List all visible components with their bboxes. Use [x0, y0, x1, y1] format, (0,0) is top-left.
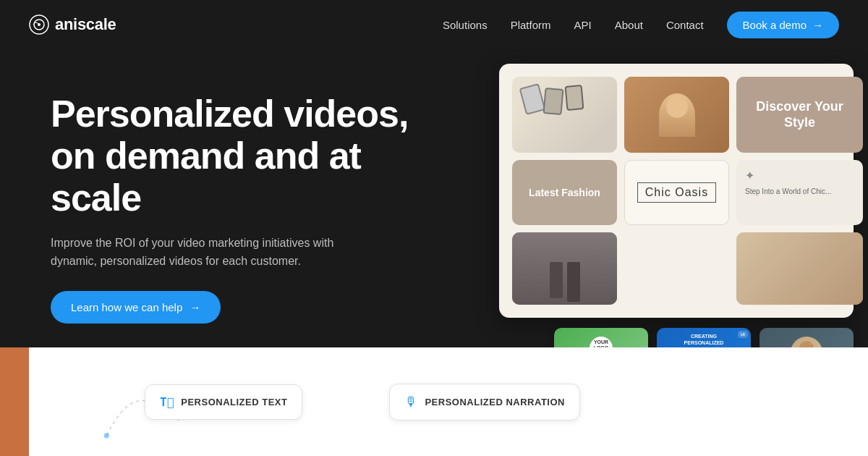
arrow-icon: → — [812, 19, 823, 31]
learn-more-button[interactable]: Learn how we can help → — [51, 291, 221, 324]
preview-couple — [624, 77, 729, 153]
nav-links: Solutions Platform API About Contact Boo… — [443, 12, 839, 38]
logo-icon — [29, 14, 49, 35]
cta-arrow-icon: → — [190, 301, 200, 313]
thumbnail-badge: UI — [738, 331, 748, 338]
preview-discover: Discover Your Style — [736, 77, 863, 153]
hero-left: Personalized videos, on demand and at sc… — [0, 49, 448, 352]
personalized-narration-pill[interactable]: 🎙 PERSONALIZED NARRATION — [389, 384, 579, 421]
preview-step: ✦ Step Into a World of Chic... — [736, 160, 863, 225]
book-demo-button[interactable]: Book a demo → — [727, 12, 839, 38]
hero-right: Discover Your Style Latest Fashion Chic … — [448, 49, 868, 377]
step-icon: ✦ — [745, 169, 854, 182]
bottom-section: T͟ PERSONALIZED TEXT 🎙 PERSONALIZED NARR… — [0, 347, 868, 456]
nav-platform[interactable]: Platform — [511, 19, 551, 31]
mic-icon: 🎙 — [404, 394, 417, 410]
nav-contact[interactable]: Contact — [666, 19, 704, 31]
preview-street — [512, 232, 617, 305]
nav-api[interactable]: API — [574, 19, 592, 31]
hero-title: Personalized videos, on demand and at sc… — [51, 93, 420, 219]
personalized-narration-label: PERSONALIZED NARRATION — [425, 397, 564, 408]
preview-card: Discover Your Style Latest Fashion Chic … — [499, 64, 854, 318]
preview-watches — [512, 77, 617, 153]
preview-shoes — [736, 232, 863, 305]
nav-about[interactable]: About — [615, 19, 643, 31]
text-icon: T͟ — [160, 395, 174, 409]
hero-subtitle: Improve the ROI of your video marketing … — [51, 234, 340, 271]
navbar: aniscale Solutions Platform API About Co… — [0, 0, 868, 49]
svg-point-3 — [104, 433, 109, 438]
logo[interactable]: aniscale — [29, 14, 116, 35]
personalized-text-pill[interactable]: T͟ PERSONALIZED TEXT — [145, 384, 302, 420]
preview-chic: Chic Oasis — [624, 160, 729, 225]
nav-solutions[interactable]: Solutions — [443, 19, 488, 31]
accent-bar — [0, 347, 29, 456]
bottom-content: T͟ PERSONALIZED TEXT 🎙 PERSONALIZED NARR… — [29, 369, 868, 435]
logo-text: aniscale — [55, 15, 116, 34]
personalized-text-label: PERSONALIZED TEXT — [181, 397, 287, 408]
preview-empty — [624, 232, 729, 305]
preview-fashion: Latest Fashion — [512, 160, 617, 225]
discover-title: Discover Your Style — [746, 99, 853, 130]
